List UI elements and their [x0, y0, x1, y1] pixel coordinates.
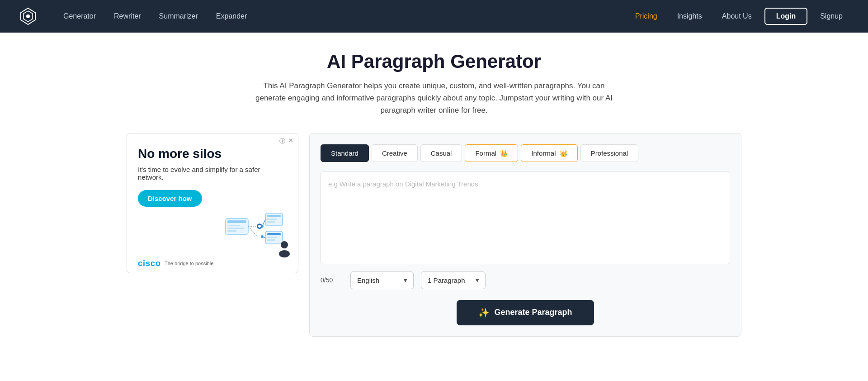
- ad-cta-button[interactable]: Discover how: [138, 190, 202, 207]
- svg-line-24: [262, 219, 265, 226]
- wand-icon: ✨: [478, 307, 490, 318]
- paragraph-count-select[interactable]: 1 Paragraph 2 Paragraphs 3 Paragraphs 4 …: [421, 271, 486, 289]
- formal-crown-icon: 👑: [500, 150, 508, 157]
- logo[interactable]: [18, 6, 38, 26]
- ad-headline: No more silos: [138, 146, 287, 162]
- signup-button[interactable]: Signup: [813, 9, 850, 24]
- nav-pricing[interactable]: Pricing: [628, 9, 665, 24]
- generator-panel: Standard Creative Casual Formal 👑 Inform…: [309, 133, 741, 337]
- svg-point-21: [279, 250, 290, 257]
- generate-button-wrapper: ✨ Generate Paragraph: [321, 300, 730, 325]
- language-select-wrapper: English Spanish French German Italian ▼: [350, 271, 414, 289]
- svg-point-20: [281, 241, 288, 248]
- page-title: AI Paragraph Generator: [9, 51, 859, 72]
- hero-section: AI Paragraph Generator This AI Paragraph…: [9, 51, 859, 117]
- language-select[interactable]: English Spanish French German Italian: [350, 271, 414, 289]
- tab-informal[interactable]: Informal 👑: [521, 144, 577, 162]
- svg-rect-18: [267, 237, 277, 238]
- main-textarea[interactable]: [321, 171, 730, 262]
- svg-line-9: [248, 226, 257, 237]
- svg-rect-17: [267, 233, 281, 235]
- navbar-right-links: Pricing Insights About Us Login Signup: [628, 8, 850, 25]
- ad-footer: cisco The bridge to possible: [138, 259, 213, 268]
- char-count: 0/50: [321, 276, 343, 284]
- tab-standard[interactable]: Standard: [321, 144, 369, 162]
- svg-rect-15: [267, 221, 275, 223]
- tool-area: ⓘ ✕ No more silos It's time to evolve an…: [118, 133, 750, 337]
- tab-professional[interactable]: Professional: [580, 144, 639, 162]
- hero-subtitle: This AI Paragraph Generator helps you cr…: [249, 80, 619, 117]
- bottom-controls: 0/50 English Spanish French German Itali…: [321, 271, 730, 289]
- navbar: Generator Rewriter Summarizer Expander P…: [0, 0, 868, 33]
- paragraph-count-wrapper: 1 Paragraph 2 Paragraphs 3 Paragraphs 4 …: [421, 271, 486, 289]
- svg-rect-4: [227, 220, 246, 223]
- login-button[interactable]: Login: [764, 8, 808, 25]
- nav-generator[interactable]: Generator: [56, 9, 103, 24]
- ad-panel: ⓘ ✕ No more silos It's time to evolve an…: [127, 133, 298, 337]
- svg-point-2: [26, 14, 30, 18]
- ad-brand: cisco: [138, 259, 161, 268]
- textarea-wrapper: [321, 171, 730, 264]
- main-content: AI Paragraph Generator This AI Paragraph…: [0, 33, 868, 381]
- nav-about-us[interactable]: About Us: [715, 9, 759, 24]
- svg-point-11: [258, 225, 261, 228]
- nav-expander[interactable]: Expander: [209, 9, 255, 24]
- tab-casual[interactable]: Casual: [420, 144, 462, 162]
- generate-button[interactable]: ✨ Generate Paragraph: [457, 300, 594, 325]
- svg-rect-14: [267, 219, 277, 220]
- ad-tagline: The bridge to possible: [165, 261, 213, 266]
- informal-crown-icon: 👑: [560, 150, 567, 157]
- tabs-row: Standard Creative Casual Formal 👑 Inform…: [321, 144, 730, 162]
- svg-rect-5: [227, 225, 240, 226]
- generate-button-label: Generate Paragraph: [494, 308, 572, 317]
- nav-rewriter[interactable]: Rewriter: [107, 9, 148, 24]
- ad-info-icon[interactable]: ⓘ: [279, 137, 285, 145]
- svg-rect-7: [227, 230, 236, 232]
- ad-subtext: It's time to evolve and simplify for a s…: [138, 166, 287, 181]
- tab-creative[interactable]: Creative: [372, 144, 418, 162]
- svg-rect-19: [267, 239, 275, 241]
- svg-rect-6: [227, 228, 244, 229]
- ad-box: ⓘ ✕ No more silos It's time to evolve an…: [127, 133, 298, 273]
- ad-close-icon[interactable]: ✕: [288, 137, 293, 144]
- nav-insights[interactable]: Insights: [670, 9, 709, 24]
- tab-formal[interactable]: Formal 👑: [465, 144, 518, 162]
- navbar-main-links: Generator Rewriter Summarizer Expander: [56, 9, 628, 24]
- ad-illustration: [221, 210, 293, 259]
- svg-rect-13: [267, 215, 281, 217]
- nav-summarizer[interactable]: Summarizer: [152, 9, 205, 24]
